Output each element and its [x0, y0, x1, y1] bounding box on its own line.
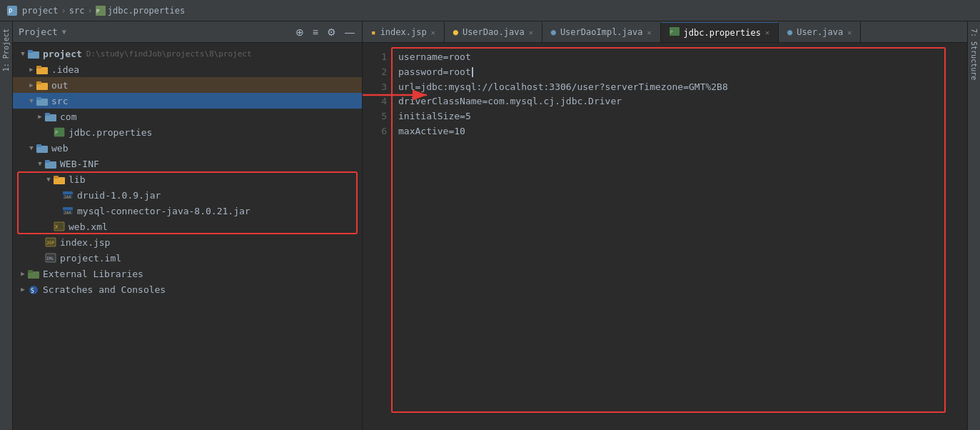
tree-item-index-jsp[interactable]: JSP index.jsp — [13, 234, 362, 250]
out-label: out — [51, 80, 68, 91]
project-tree: ▼ project D:\study\findJob\projects\8\pr… — [13, 43, 362, 430]
props-icon-breadcrumb: P — [96, 6, 106, 16]
project-path: D:\study\findJob\projects\8\project — [86, 49, 252, 59]
tab-bar: ▪ index.jsp ✕ ● UserDao.java ✕ ● UserDao… — [363, 21, 967, 43]
project-tab-label[interactable]: 1: Project — [2, 29, 10, 71]
arrow-project: ▼ — [19, 50, 27, 57]
lib-folder-icon — [53, 174, 66, 184]
druid-label: druid-1.0.9.jar — [77, 190, 161, 201]
title-bar: P project › src › P jdbc.properties — [0, 0, 980, 21]
editor-area: ▪ index.jsp ✕ ● UserDao.java ✕ ● UserDao… — [363, 21, 967, 430]
tree-item-druid[interactable]: JAR druid-1.0.9.jar — [13, 187, 362, 203]
tree-item-web-xml[interactable]: X web.xml — [13, 219, 362, 234]
code-editor[interactable]: username=root password=root url=jdbc:mys… — [391, 43, 967, 139]
structure-tab-label[interactable]: 7: Structure — [970, 29, 978, 80]
editor-content: 1 2 3 4 5 6 — [363, 43, 967, 430]
code-key-1: username=root — [398, 51, 471, 62]
tree-item-ext-libs[interactable]: ▶ External Libraries — [13, 266, 362, 281]
breadcrumb-project[interactable]: project — [22, 6, 59, 16]
close-userdao[interactable]: ✕ — [529, 29, 533, 36]
web-inf-folder-icon — [44, 159, 57, 169]
src-folder-icon — [36, 96, 49, 106]
tree-item-web[interactable]: ▼ web — [13, 140, 362, 156]
tree-item-project-iml[interactable]: IML project.iml — [13, 250, 362, 266]
breadcrumb-file: jdbc.properties — [108, 6, 185, 16]
close-index-jsp[interactable]: ✕ — [431, 29, 435, 36]
tree-item-scratches[interactable]: ▶ S Scratches and Consoles — [13, 281, 362, 297]
svg-rect-18 — [36, 144, 41, 147]
right-sidebar-strip: 7: Structure — [967, 21, 980, 430]
project-dropdown-arrow[interactable]: ▼ — [62, 28, 66, 36]
tree-item-lib[interactable]: ▼ lib — [13, 171, 362, 187]
tab-icon-jdbc-props: P — [670, 27, 680, 38]
tree-item-idea[interactable]: ▶ .idea — [13, 61, 362, 77]
svg-rect-6 — [28, 50, 33, 53]
web-xml-label: web.xml — [69, 221, 108, 232]
breadcrumb-src[interactable]: src — [69, 6, 85, 16]
code-key-2: password=root — [398, 66, 471, 77]
svg-text:P: P — [9, 8, 13, 15]
mysql-jar-icon: JAR — [61, 206, 74, 216]
com-folder-icon — [44, 111, 57, 121]
web-xml-icon: X — [53, 221, 66, 231]
line-num-5: 5 — [363, 109, 387, 124]
line-numbers: 1 2 3 4 5 6 — [363, 43, 391, 430]
svg-rect-22 — [54, 176, 59, 179]
code-key-5: initialSize=5 — [398, 111, 471, 121]
code-line-2: password=root — [398, 65, 967, 80]
project-folder-icon — [27, 49, 40, 59]
tab-label-user-java: User.java — [797, 27, 843, 37]
locate-button[interactable]: ⊕ — [294, 25, 305, 39]
collapse-all-button[interactable]: ≡ — [311, 25, 320, 39]
jdbc-props-icon: P — [53, 127, 66, 137]
project-label: Project — [19, 26, 58, 37]
tab-user-java[interactable]: ● User.java ✕ — [779, 22, 861, 42]
tab-userdaoimpl[interactable]: ● UserDaoImpl.java ✕ — [542, 22, 661, 42]
arrow-idea: ▶ — [27, 66, 36, 73]
code-line-5: initialSize=5 — [398, 109, 967, 124]
arrow-web-inf: ▼ — [36, 160, 44, 167]
svg-text:JSP: JSP — [46, 240, 54, 245]
tree-item-project-root[interactable]: ▼ project D:\study\findJob\projects\8\pr… — [13, 46, 362, 61]
arrow-scratches: ▶ — [19, 286, 27, 293]
svg-text:JAR: JAR — [64, 194, 71, 199]
line-num-2: 2 — [363, 65, 387, 80]
project-icon: P — [7, 6, 17, 16]
idea-label: .idea — [51, 64, 79, 75]
tree-item-out[interactable]: ▶ out — [13, 77, 362, 93]
close-user-java[interactable]: ✕ — [847, 29, 852, 36]
settings-button[interactable]: ⚙ — [325, 25, 338, 39]
druid-jar-icon: JAR — [61, 190, 74, 200]
svg-rect-14 — [45, 113, 50, 116]
project-panel-header: Project ▼ ⊕ ≡ ⚙ — — [13, 21, 362, 43]
code-wrapper: username=root password=root url=jdbc:mys… — [391, 43, 967, 430]
close-userdaoimpl[interactable]: ✕ — [647, 29, 651, 36]
tab-index-jsp[interactable]: ▪ index.jsp ✕ — [363, 22, 445, 42]
tree-item-mysql-jar[interactable]: JAR mysql-connector-java-8.0.21.jar — [13, 203, 362, 219]
tab-jdbc-props[interactable]: P jdbc.properties ✕ — [661, 22, 779, 42]
mysql-jar-label: mysql-connector-java-8.0.21.jar — [77, 206, 251, 216]
tree-item-src[interactable]: ▼ src — [13, 93, 362, 109]
code-line-1: username=root — [398, 50, 967, 65]
arrow-com: ▶ — [36, 113, 44, 120]
arrow-ext-libs: ▶ — [19, 270, 27, 277]
tab-userdao[interactable]: ● UserDao.java ✕ — [445, 22, 542, 42]
jdbc-props-label: jdbc.properties — [69, 127, 152, 138]
hide-button[interactable]: — — [343, 25, 356, 39]
index-jsp-label: index.jsp — [60, 237, 110, 248]
web-label: web — [51, 143, 68, 154]
svg-text:S: S — [31, 288, 34, 294]
close-jdbc-props[interactable]: ✕ — [765, 29, 769, 36]
web-inf-label: WEB-INF — [60, 159, 99, 169]
svg-rect-12 — [36, 97, 41, 100]
tab-icon-userdaoimpl: ● — [551, 27, 556, 37]
tree-item-jdbc-props[interactable]: P jdbc.properties — [13, 124, 362, 140]
line-num-1: 1 — [363, 50, 387, 65]
tab-icon-userdao: ● — [453, 27, 458, 37]
svg-text:JAR: JAR — [64, 210, 71, 215]
tree-item-web-inf[interactable]: ▼ WEB-INF — [13, 156, 362, 171]
tree-item-com[interactable]: ▶ com — [13, 109, 362, 124]
ext-libs-label: External Libraries — [43, 269, 143, 279]
lib-label: lib — [69, 174, 85, 185]
line-num-6: 6 — [363, 124, 387, 139]
